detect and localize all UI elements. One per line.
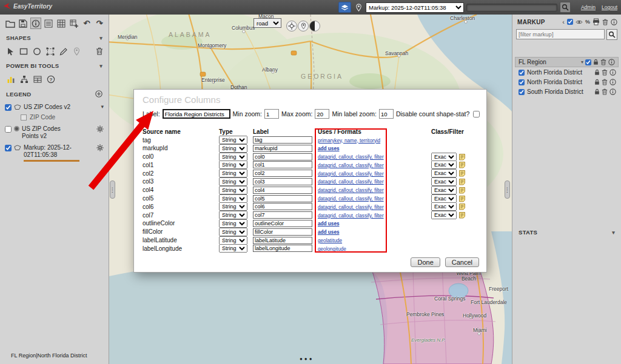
class-filter-select[interactable]: Exact (431, 202, 457, 211)
min-label-zoom-input[interactable] (379, 109, 394, 119)
undo-button[interactable]: ↶ (81, 18, 92, 29)
column-label-input[interactable] (253, 220, 312, 227)
uses-formats-link[interactable]: add uses (318, 146, 340, 151)
map-pin-button[interactable] (354, 2, 363, 13)
column-label-input[interactable] (253, 203, 312, 210)
column-label-input[interactable] (253, 211, 312, 219)
search-button[interactable] (560, 2, 571, 13)
right-splitter-handle[interactable]: ⋮ (505, 180, 510, 199)
disable-count-checkbox[interactable] (473, 111, 480, 117)
info-icon[interactable] (609, 69, 616, 76)
column-label-input[interactable] (253, 153, 312, 160)
markup-item-row[interactable]: North Florida District (512, 67, 621, 77)
shapes-section-header[interactable]: SHAPES ▾ (0, 31, 109, 42)
uses-formats-link[interactable]: datagrid, callout, classify, filter (318, 154, 384, 160)
legend-section-header[interactable]: LEGEND (0, 87, 109, 99)
trash-icon[interactable] (602, 79, 608, 85)
edit-note-icon[interactable] (458, 178, 466, 185)
uses-formats-link[interactable]: geolongitude (318, 247, 346, 252)
markup-group-fl-region[interactable]: FL Region ▾ (515, 57, 619, 67)
uses-formats-link[interactable]: geolatitude (318, 238, 342, 243)
column-label-input[interactable] (253, 161, 312, 168)
markup-item-row[interactable]: North Florida District (512, 77, 621, 87)
grid-panel-button[interactable] (56, 18, 67, 29)
done-button[interactable]: Done (411, 257, 440, 267)
markup-item-row[interactable]: South Florida District (512, 87, 621, 96)
trash-icon[interactable] (602, 69, 608, 76)
lock-icon[interactable] (594, 79, 600, 85)
rectangle-tool-button[interactable] (18, 45, 30, 57)
layer-row-markup[interactable]: Markup: 2025-12-02T11:05:38 (2, 142, 106, 164)
layers-button[interactable] (338, 2, 351, 13)
layer-checkbox[interactable] (5, 145, 12, 151)
type-select[interactable]: String (219, 194, 247, 203)
info-icon[interactable] (611, 19, 617, 25)
type-select[interactable]: String (219, 153, 247, 161)
percent-icon[interactable]: % (585, 19, 590, 25)
uses-formats-link[interactable]: primarykey, name, territoryid (318, 138, 380, 144)
max-zoom-input[interactable] (315, 109, 329, 119)
visibility-eye-icon[interactable] (576, 19, 583, 25)
streetside-button[interactable] (298, 21, 309, 31)
column-label-input[interactable] (253, 187, 312, 194)
uses-formats-link[interactable]: add uses (318, 230, 340, 235)
class-filter-select[interactable]: Exact (431, 211, 457, 219)
type-select[interactable]: String (219, 228, 247, 236)
pin-tool-button[interactable] (71, 45, 82, 57)
uses-formats-link[interactable]: add uses (318, 221, 340, 227)
type-select[interactable]: String (219, 169, 247, 177)
redo-button[interactable]: ↷ (94, 18, 105, 29)
info-icon[interactable] (609, 88, 616, 95)
type-select[interactable]: String (219, 144, 247, 153)
locate-button[interactable] (286, 21, 297, 31)
filter-search-button[interactable] (606, 29, 617, 40)
chevron-down-icon[interactable]: ▾ (101, 104, 104, 110)
edit-note-icon[interactable] (458, 211, 466, 219)
class-filter-select[interactable]: Exact (431, 194, 457, 203)
collapse-chevron-icon[interactable]: ‹ (562, 19, 565, 25)
list-panel-button[interactable] (43, 18, 54, 29)
filter-markup-input[interactable] (516, 29, 605, 39)
type-select[interactable]: String (219, 177, 247, 186)
trash-icon[interactable] (602, 19, 608, 25)
type-select[interactable]: String (219, 211, 247, 219)
column-label-input[interactable] (253, 245, 312, 252)
add-layer-icon[interactable] (95, 90, 102, 98)
open-project-button[interactable] (5, 18, 16, 29)
column-label-input[interactable] (253, 228, 312, 236)
logout-link[interactable]: Logout (602, 4, 617, 10)
column-label-input[interactable] (253, 178, 312, 185)
lock-icon[interactable] (594, 88, 600, 95)
class-filter-select[interactable]: Exact (431, 177, 457, 186)
trash-icon[interactable] (600, 59, 606, 65)
uses-formats-link[interactable]: datagrid, callout, classify, filter (318, 171, 384, 177)
contrast-toggle-button[interactable] (309, 21, 320, 31)
data-table-button[interactable] (32, 73, 43, 85)
type-select[interactable]: String (219, 136, 247, 144)
type-select[interactable]: String (219, 244, 247, 253)
chevron-down-icon[interactable]: ▾ (581, 59, 583, 65)
column-label-input[interactable] (253, 136, 312, 144)
item-checkbox[interactable] (519, 89, 525, 95)
info-icon[interactable] (609, 79, 616, 85)
print-icon[interactable] (592, 18, 600, 25)
edit-note-icon[interactable] (458, 170, 466, 177)
info-icon[interactable] (608, 59, 615, 65)
help-button[interactable] (45, 73, 56, 85)
group-checkbox[interactable] (585, 59, 591, 65)
layer-row-zip-points[interactable]: US ZIP Codes Points v2 (2, 123, 106, 142)
item-checkbox[interactable] (519, 70, 525, 76)
trash-icon[interactable] (602, 88, 608, 95)
select-tool-button[interactable] (5, 45, 16, 57)
type-select[interactable]: String (219, 219, 247, 228)
identify-tool-button[interactable] (30, 18, 41, 29)
uses-formats-link[interactable]: datagrid, callout, classify, filter (318, 163, 384, 168)
bottom-drag-handle[interactable]: ●●● (300, 356, 314, 362)
hierarchy-button[interactable] (18, 73, 30, 85)
stats-section-header[interactable]: STATS ▾ (512, 228, 621, 237)
column-label-input[interactable] (253, 170, 312, 177)
edit-note-icon[interactable] (458, 161, 466, 168)
class-filter-select[interactable]: Exact (431, 160, 457, 169)
lock-icon[interactable] (594, 69, 600, 76)
class-filter-select[interactable]: Exact (431, 169, 457, 177)
